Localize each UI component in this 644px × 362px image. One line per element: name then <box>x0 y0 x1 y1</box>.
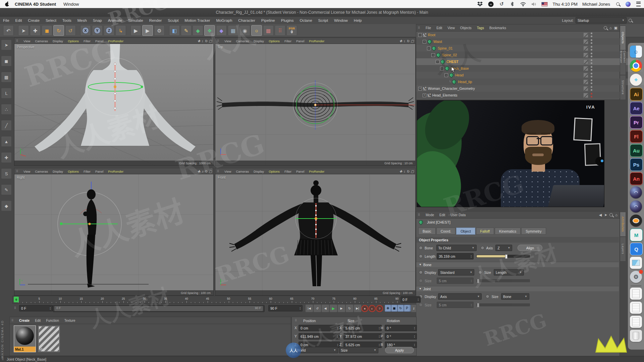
viewport-menu-cameras[interactable]: Cameras <box>233 170 251 173</box>
zoom-view-icon[interactable]: ↕ <box>404 170 405 173</box>
zoom-view-icon[interactable]: ↕ <box>202 39 203 43</box>
material-mat1[interactable]: Mat.1 <box>14 325 36 352</box>
viewport-menu-view[interactable]: View <box>21 39 33 43</box>
drag-handle-icon[interactable]: ⠿ <box>16 170 19 173</box>
viewport-menu-prorender[interactable]: ProRender <box>307 170 327 173</box>
animation-dot-icon[interactable] <box>419 254 423 258</box>
expander-icon[interactable]: - <box>444 73 448 77</box>
viewport-menu-options[interactable]: Options <box>65 170 81 173</box>
menubar-user[interactable]: Michael Jones <box>582 2 610 7</box>
dock-icon-trash[interactable] <box>630 330 642 342</box>
render-to-picture-viewer[interactable]: ▶ <box>142 25 153 36</box>
viewport-top[interactable]: Top Grid Spacing : 10 cm <box>215 44 416 166</box>
menu-snap[interactable]: Snap <box>90 18 105 22</box>
am-menu-mode[interactable]: Mode <box>423 213 437 217</box>
side-tab-structure[interactable]: Structure <box>620 75 626 100</box>
search-icon[interactable] <box>609 213 613 217</box>
current-frame-field[interactable]: 0 F▴▾ <box>400 296 421 303</box>
section-object-properties[interactable]: Object Properties <box>416 237 619 243</box>
live-selection[interactable]: ➤ <box>18 25 29 36</box>
side-tab-layers[interactable]: Layers <box>620 237 626 261</box>
tree-item-neck-base[interactable]: -Neck_Base <box>416 65 643 72</box>
animation-dot-icon[interactable] <box>481 246 484 250</box>
last-used-tool[interactable]: ↺ <box>65 25 76 36</box>
menu-simulate[interactable]: Simulate <box>125 18 146 22</box>
tab-kinematics[interactable]: Kinematics <box>495 228 521 235</box>
goto-end-button[interactable]: ▶| <box>354 304 362 312</box>
tag-icon[interactable] <box>583 33 588 38</box>
add-cube[interactable]: ◧ <box>169 25 180 36</box>
menu-character[interactable]: Character <box>235 18 258 22</box>
record-options-button[interactable]: ? <box>376 305 383 312</box>
align-button[interactable]: Align <box>518 245 542 251</box>
menu-mesh[interactable]: Mesh <box>74 18 90 22</box>
pan-view-icon[interactable]: ✚ <box>198 170 200 173</box>
tab-basic[interactable]: Basic <box>418 228 436 235</box>
menu-script[interactable]: Script <box>315 18 331 22</box>
viewport-menu-cameras[interactable]: Cameras <box>33 170 50 173</box>
dock-icon-photoshop[interactable]: Ps <box>630 158 643 171</box>
viewport-menu-panel[interactable]: Panel <box>93 39 106 43</box>
tree-item-spine-01[interactable]: -Spine_01 <box>416 45 630 52</box>
dock-icon-cinema4d-a[interactable]: ◠ <box>630 186 642 198</box>
menu-sculpt[interactable]: Sculpt <box>165 18 181 22</box>
section-joint[interactable]: ▼Joint <box>416 286 619 291</box>
dock-icon-document-2[interactable] <box>630 302 642 314</box>
rotate-tool[interactable]: ↻ <box>53 25 64 36</box>
am-menu-user-data[interactable]: User Data <box>448 213 468 217</box>
paint-tool[interactable]: ✎ <box>1 184 12 195</box>
tag-icon[interactable] <box>583 86 588 91</box>
visibility-dots[interactable] <box>591 53 592 57</box>
dock-icon-finder[interactable]: ☺ <box>630 46 642 58</box>
axis-dropdown[interactable]: Z▼ <box>495 245 512 251</box>
spotlight-icon[interactable] <box>615 1 621 7</box>
pan-view-icon[interactable]: ✚ <box>399 39 402 43</box>
menu-edit[interactable]: Edit <box>12 18 25 22</box>
viewport-menu-filter[interactable]: Filter <box>81 170 93 173</box>
drag-handle-icon[interactable]: ⠿ <box>418 26 421 29</box>
dock-icon-blender[interactable] <box>630 215 642 227</box>
tree-item-chest[interactable]: -CHEST <box>416 58 638 65</box>
bone-display-dropdown[interactable]: Standard▼ <box>438 269 474 276</box>
visibility-dots[interactable] <box>591 46 592 51</box>
animation-dot-icon[interactable] <box>419 270 423 274</box>
range-end-field[interactable]: 90 F▴▾ <box>268 305 303 311</box>
drag-handle-icon[interactable]: ⠿ <box>418 213 421 217</box>
rotate-view-icon[interactable]: ↻ <box>407 39 409 43</box>
dock-icon-audition[interactable]: Au <box>630 144 643 157</box>
tab-symmetry[interactable]: Symmetry <box>521 228 546 235</box>
bone-dropdown[interactable]: To Child▼ <box>436 245 477 251</box>
search-icon[interactable] <box>629 19 632 22</box>
viewport-menu-panel[interactable]: Panel <box>93 170 106 173</box>
play-reverse-button[interactable]: ↺ <box>313 304 321 312</box>
dock-icon-after-effects[interactable]: Ae <box>630 102 643 115</box>
menubar-clock[interactable]: Thu 4:10 PM <box>552 2 577 7</box>
visibility-dots[interactable] <box>591 79 592 84</box>
viewport-menu-prorender[interactable]: ProRender <box>106 39 126 43</box>
dock-icon-photos[interactable] <box>630 257 642 269</box>
tag-icon[interactable] <box>583 39 588 44</box>
tree-item-spine-02[interactable]: -Spine_02 <box>416 52 634 58</box>
side-tab-objects[interactable]: Objects <box>620 25 626 50</box>
color-swatches[interactable]: ⠿ <box>275 25 285 36</box>
dock-icon-cinema4d-b[interactable]: ◠ <box>630 200 642 213</box>
visibility-dots[interactable] <box>591 86 592 91</box>
side-tab-content-browser[interactable]: Content Browser <box>620 50 626 75</box>
autokeying-button[interactable]: ◐ <box>369 305 376 312</box>
material-mat[interactable]: Mat <box>38 325 60 352</box>
menu-help[interactable]: Help <box>351 18 365 22</box>
apple-icon[interactable] <box>4 1 10 7</box>
side-tab-attributes[interactable]: Attributes <box>620 212 626 237</box>
expander-icon[interactable]: - <box>431 53 435 57</box>
menu-octane[interactable]: Octane <box>297 18 315 22</box>
tab-coord[interactable]: Coord. <box>436 228 456 235</box>
maximize-view-icon[interactable]: ▢ <box>411 170 414 173</box>
play-forward-button[interactable]: ▶ <box>329 304 337 312</box>
mat-menu-function[interactable]: Function <box>43 319 61 322</box>
lock-y-axis[interactable]: Y <box>92 25 103 36</box>
viewport-menu-filter[interactable]: Filter <box>282 39 294 43</box>
om-menu-objects[interactable]: Objects <box>458 26 474 30</box>
viewport-menu-options[interactable]: Options <box>65 39 81 43</box>
time-machine-icon[interactable]: ↺ <box>498 1 504 7</box>
add-spline[interactable]: ✎ <box>181 25 192 36</box>
